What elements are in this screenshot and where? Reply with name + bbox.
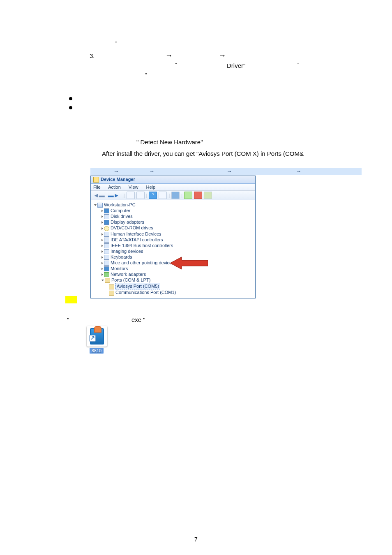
breadcrumb-arrow-2: → — [149, 168, 154, 175]
tb-enable-icon[interactable] — [184, 192, 192, 199]
arrow-1: → — [165, 50, 173, 61]
menu-help[interactable]: Help — [146, 185, 156, 190]
tb-pc-icon[interactable] — [136, 192, 145, 199]
stray-quote-1: " — [115, 40, 117, 47]
window-title-bar: Device Manager — [91, 176, 255, 184]
detect-new-hardware: " Detect New Hardware" — [136, 138, 203, 147]
svg-marker-0 — [170, 257, 208, 269]
page-number: 7 — [0, 536, 392, 543]
device-tree: Workstation-PC Computer Disk drives Disp… — [91, 200, 255, 298]
tree-imaging[interactable]: Imaging devices — [101, 248, 254, 254]
app-icon-caption: 8810 — [90, 348, 104, 354]
open-quote: " — [67, 315, 69, 325]
tree-ports[interactable]: Ports (COM & LPT) — [101, 277, 254, 283]
tree-ide[interactable]: IDE ATA/ATAPI controllers — [101, 237, 254, 243]
highlight-marker — [65, 296, 77, 306]
tree-aviosys-port[interactable]: Aviosys Port (COM5) — [109, 283, 254, 289]
menu-view[interactable]: View — [129, 185, 138, 190]
stray-quote-2: " — [175, 61, 177, 69]
tree-disk-drives[interactable]: Disk drives — [101, 213, 254, 219]
tree-root[interactable]: Workstation-PC — [94, 202, 254, 208]
tb-scan-icon[interactable] — [171, 192, 180, 199]
arrow-2: → — [219, 50, 226, 61]
tree-hid[interactable]: Human Interface Devices — [101, 231, 254, 237]
shortcut-overlay-icon: ↗ — [89, 335, 96, 342]
back-icon[interactable]: ◄▬ — [93, 192, 105, 199]
menu-file[interactable]: File — [93, 185, 101, 190]
tb-help-icon[interactable]: ? — [149, 192, 157, 199]
device-manager-window: Device Manager File Action View Help ◄▬ … — [90, 176, 256, 298]
breadcrumb-row: → → → → — [90, 168, 362, 175]
bullet-1 — [69, 97, 72, 100]
tree-display-adapters[interactable]: Display adapters — [101, 219, 254, 225]
stray-quote-4: " — [145, 72, 147, 79]
forward-icon[interactable]: ▬► — [108, 192, 120, 199]
tree-dvd-cd[interactable]: DVD/CD-ROM drives — [101, 225, 254, 231]
tree-com1[interactable]: Communications Port (COM1) — [109, 289, 254, 295]
driver-word: Driver" — [227, 61, 245, 71]
tb-tree-icon[interactable] — [127, 192, 135, 199]
menu-action[interactable]: Action — [108, 185, 121, 190]
app-icon-8810[interactable]: ↗ 8810 — [85, 326, 109, 358]
toolbar: ◄▬ ▬► | | ? | | — [91, 191, 255, 200]
exe-label: exe " — [131, 315, 145, 325]
tb-props-icon[interactable] — [159, 192, 167, 199]
bullet-2 — [69, 106, 72, 109]
breadcrumb-arrow-4: → — [296, 168, 301, 175]
tb-disable-icon[interactable] — [194, 192, 202, 199]
window-icon — [93, 177, 99, 183]
stray-quote-3: " — [297, 61, 299, 69]
tree-network[interactable]: Network adapters — [101, 271, 254, 277]
breadcrumb-arrow-3: → — [226, 168, 232, 175]
menu-bar: File Action View Help — [91, 184, 255, 191]
step-3-number: 3. — [90, 51, 95, 61]
window-title: Device Manager — [101, 177, 135, 182]
breadcrumb-arrow-1: → — [113, 168, 119, 175]
tree-computer[interactable]: Computer — [101, 208, 254, 213]
tb-update-icon[interactable] — [204, 192, 212, 199]
tree-ieee1394[interactable]: IEEE 1394 Bus host controllers — [101, 243, 254, 248]
callout-arrow-icon — [170, 256, 208, 270]
after-install-line: After install the driver, you can get "A… — [102, 149, 304, 159]
